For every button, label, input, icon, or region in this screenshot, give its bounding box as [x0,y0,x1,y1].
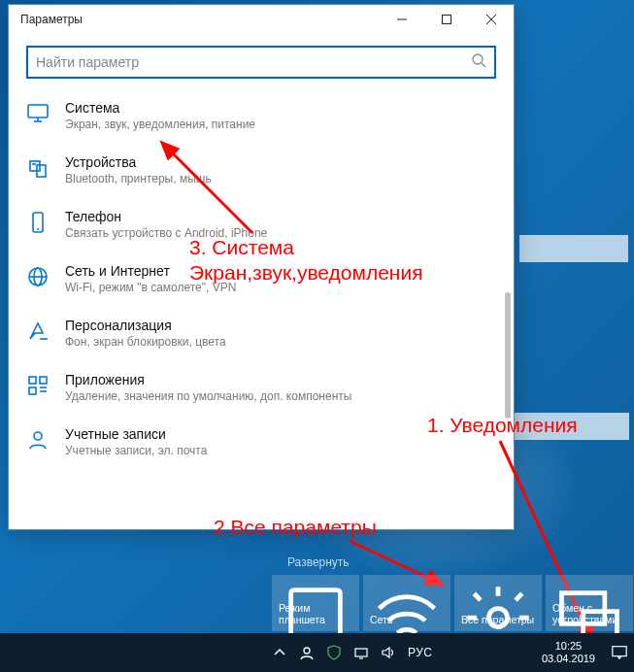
tray: РУС [272,645,534,660]
tray-date: 03.04.2019 [542,653,595,665]
svg-point-4 [473,54,483,64]
personal-icon [26,319,50,343]
svg-rect-36 [613,647,626,656]
qa-tile-network[interactable]: Сеть [363,575,450,631]
apps-icon [26,374,50,397]
gear-icon [461,581,535,598]
category-title: Устройства [65,154,496,170]
window-title: Параметры [20,13,83,26]
qa-label: Сеть [370,614,444,625]
category-item-phone[interactable]: ТелефонСвязать устройство с Android, iPh… [9,197,514,252]
qa-tile-gear[interactable]: Все параметры [454,575,542,631]
tray-volume-icon[interactable] [381,645,396,660]
connect-icon [552,581,626,598]
tray-network-icon[interactable] [353,645,369,660]
qa-label: Режим планшета [279,602,352,625]
tray-people-icon[interactable] [299,645,315,660]
category-item-apps[interactable]: ПриложенияУдаление, значения по умолчани… [9,360,514,415]
search-icon [471,52,486,72]
svg-rect-20 [29,387,36,394]
category-item-devices[interactable]: УстройстваBluetooth, принтеры, мышь [9,143,514,197]
category-desc: Фон, экран блокировки, цвета [65,335,496,349]
search-input[interactable] [36,54,471,70]
category-item-personal[interactable]: ПерсонализацияФон, экран блокировки, цве… [9,306,514,360]
devices-icon [26,156,50,180]
svg-point-33 [304,648,310,654]
settings-window: Параметры СистемаЭкран, звук, уведомлени… [8,4,515,530]
category-desc: Экран, звук, уведомления, питание [65,118,496,131]
search-box[interactable] [26,46,496,79]
svg-rect-34 [355,649,367,656]
category-desc: Учетные записи, эл. почта [65,444,496,457]
category-desc: Связать устройство с Android, iPhone [65,226,496,240]
qa-tile-tablet[interactable]: Режим планшета [272,575,359,631]
svg-rect-9 [30,161,40,171]
monitor-icon [26,102,50,125]
svg-line-26 [350,541,432,580]
accounts-icon [26,428,50,452]
svg-rect-6 [28,105,48,118]
category-list: СистемаЭкран, звук, уведомления, питание… [9,88,514,529]
tray-time: 10:25 [542,640,595,653]
tray-language[interactable]: РУС [408,646,433,659]
tablet-icon [279,581,352,598]
category-item-accounts[interactable]: Учетные записиУчетные записи, эл. почта [9,415,514,469]
category-title: Приложения [65,372,496,387]
category-title: Телефон [65,209,496,224]
quick-actions-row: Режим планшетаСетьВсе параметрыОбмен с у… [272,575,633,631]
category-item-globe[interactable]: Сеть и ИнтернетWi-Fi, режим "в самолете"… [9,252,514,306]
category-title: Персонализация [65,318,496,333]
category-desc: Wi-Fi, режим "в самолете", VPN [65,281,496,294]
svg-rect-18 [29,377,36,384]
svg-line-5 [482,63,485,67]
category-title: Система [65,100,496,116]
tray-defender-icon[interactable] [326,645,342,660]
tray-chevron-up-icon[interactable] [272,645,287,660]
maximize-button[interactable] [424,5,469,34]
phone-icon [26,211,50,234]
scrollbar[interactable] [505,292,511,419]
tray-clock[interactable]: 10:25 03.04.2019 [534,640,603,664]
action-center-expand[interactable]: Развернуть [287,555,350,569]
category-desc: Bluetooth, принтеры, мышь [65,172,496,185]
minimize-button[interactable] [380,5,424,34]
svg-rect-1 [443,16,451,24]
category-desc: Удаление, значения по умолчанию, доп. ко… [65,389,496,403]
close-button[interactable] [469,5,514,34]
category-title: Учетные записи [65,426,496,442]
svg-rect-19 [40,377,47,384]
globe-icon [26,265,50,288]
qa-label: Все параметры [461,614,535,625]
action-center-button[interactable] [603,633,634,672]
network-icon [370,581,444,598]
svg-point-23 [34,432,42,440]
taskbar: РУС 10:25 03.04.2019 [0,633,634,672]
category-title: Сеть и Интернет [65,263,496,279]
category-item-monitor[interactable]: СистемаЭкран, звук, уведомления, питание [9,88,514,143]
titlebar[interactable]: Параметры [9,5,514,34]
qa-label: Обмен с устройствами [552,602,626,625]
qa-tile-connect[interactable]: Обмен с устройствами [546,575,633,631]
